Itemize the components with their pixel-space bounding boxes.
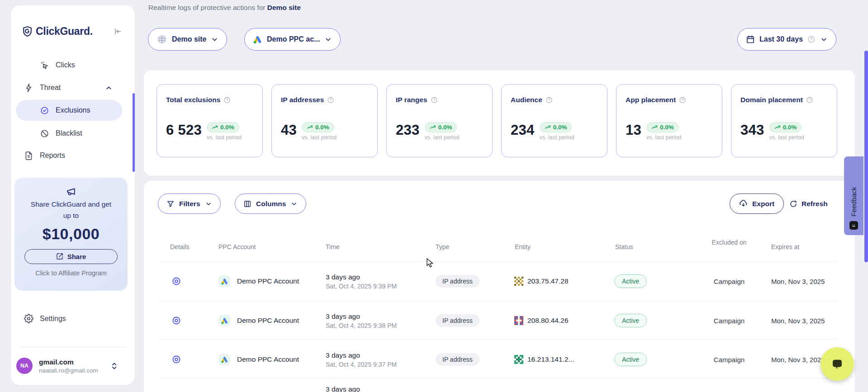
date-range-dropdown[interactable]: Last 30 days xyxy=(737,28,836,51)
google-ads-icon xyxy=(218,275,230,287)
chat-launcher-button[interactable] xyxy=(821,347,854,381)
refresh-icon xyxy=(789,200,797,208)
help-circle-icon[interactable] xyxy=(327,96,334,104)
page-scrollbar[interactable] xyxy=(864,51,868,262)
excluded-on-value: Campaign xyxy=(714,278,745,285)
stat-caption: vs. last period xyxy=(207,134,242,141)
feedback-smiley-icon xyxy=(849,221,858,230)
status-badge: Active xyxy=(614,314,647,327)
expires-at-value: Mon, Nov 3, 2025 xyxy=(771,317,825,325)
stats-panel: Total exclusions 6 523 0.0% vs. last per… xyxy=(144,70,855,176)
col-header-status[interactable]: Status xyxy=(615,243,633,250)
col-header-details[interactable]: Details xyxy=(170,243,190,250)
time-relative: 3 days ago xyxy=(326,351,397,359)
google-ads-icon xyxy=(218,354,230,365)
feedback-tab[interactable]: Feedback xyxy=(844,156,863,235)
sidebar-item-blacklist[interactable]: Blacklist xyxy=(40,125,82,142)
user-email: naatali.ro@gmail.com xyxy=(39,367,111,374)
view-details-eye-icon[interactable] xyxy=(171,276,181,286)
stat-card-ip-addresses: IP addresses 43 0.0% vs. last period xyxy=(271,84,378,157)
trending-up-icon xyxy=(651,124,658,131)
stat-caption: vs. last period xyxy=(646,134,681,141)
help-circle-icon[interactable] xyxy=(431,96,438,104)
sidebar-collapse-icon[interactable] xyxy=(114,27,122,36)
sidebar-item-exclusions[interactable]: Exclusions xyxy=(16,100,122,121)
google-ads-icon xyxy=(253,35,262,44)
help-circle-icon[interactable] xyxy=(679,96,686,104)
sidebar-item-clicks[interactable]: Clicks xyxy=(40,57,75,73)
lightning-icon xyxy=(24,83,33,93)
site-selector-value: Demo site xyxy=(172,35,206,43)
stat-value: 43 xyxy=(281,122,297,138)
stat-label: IP addresses xyxy=(281,96,324,104)
col-header-ppc-account[interactable]: PPC Account xyxy=(218,243,256,250)
chevron-down-icon xyxy=(211,36,218,43)
time-absolute: Sat, Oct 4, 2025 9:37 PM xyxy=(326,361,397,368)
chevron-up-icon[interactable] xyxy=(105,84,113,92)
filters-dropdown[interactable]: Filters xyxy=(158,194,221,214)
funnel-icon xyxy=(166,200,175,208)
help-circle-icon[interactable] xyxy=(545,96,553,104)
col-header-type[interactable]: Type xyxy=(436,243,449,250)
refresh-label: Refresh xyxy=(802,200,828,208)
table-row: Demo PPC Account 3 days ago Sat, Oct 4, … xyxy=(144,262,855,301)
sidebar-item-label: Reports xyxy=(40,151,65,160)
promo-amount: $10,000 xyxy=(14,225,128,243)
chevron-down-icon xyxy=(324,36,332,43)
subtitle-text: Realtime logs of protective actions for xyxy=(148,4,265,11)
columns-icon xyxy=(243,200,251,208)
trending-up-icon xyxy=(774,124,781,131)
refresh-button[interactable]: Refresh xyxy=(789,194,828,214)
trend-badge: 0.0% xyxy=(646,122,679,132)
chevron-down-icon xyxy=(820,36,828,43)
columns-label: Columns xyxy=(256,200,286,208)
stat-caption: vs. last period xyxy=(425,134,460,141)
brand-logo[interactable]: ClickGuard. xyxy=(22,25,93,38)
export-button[interactable]: Export xyxy=(730,194,784,214)
cursor-click-icon xyxy=(40,61,49,70)
stat-value: 343 xyxy=(740,122,764,138)
sidebar-item-threat[interactable]: Threat xyxy=(24,80,61,96)
trend-badge: 0.0% xyxy=(769,122,802,132)
page-subtitle: Realtime logs of protective actions for … xyxy=(148,4,301,12)
help-circle-icon[interactable] xyxy=(806,96,813,104)
entity-value: 208.80.44.26 xyxy=(527,316,569,325)
share-button[interactable]: Share xyxy=(24,249,118,264)
stat-value: 13 xyxy=(626,122,641,138)
ppc-account-selector-dropdown[interactable]: Demo PPC ac... xyxy=(244,28,341,51)
app-window: ClickGuard. Clicks Threat xyxy=(0,0,868,392)
sidebar-item-settings[interactable]: Settings xyxy=(24,314,66,323)
col-header-time[interactable]: Time xyxy=(326,243,340,250)
help-circle-icon xyxy=(807,35,816,43)
brand-name: ClickGuard. xyxy=(36,25,93,38)
file-text-icon xyxy=(24,151,33,161)
ppc-account-selector-value: Demo PPC ac... xyxy=(267,35,320,43)
trending-up-icon xyxy=(545,124,551,131)
ppc-account-name: Demo PPC Account xyxy=(237,355,299,364)
col-header-excluded-on[interactable]: Excluded on xyxy=(709,238,749,247)
sidebar-scrollbar[interactable] xyxy=(133,93,135,172)
user-name: gmail.com xyxy=(39,358,111,366)
view-details-eye-icon[interactable] xyxy=(171,354,181,364)
ban-icon xyxy=(40,129,49,138)
view-details-eye-icon[interactable] xyxy=(171,316,181,326)
external-link-icon xyxy=(56,253,63,260)
ppc-account-name: Demo PPC Account xyxy=(237,277,299,285)
share-button-label: Share xyxy=(67,253,86,260)
cloud-download-icon xyxy=(739,199,748,208)
account-switcher[interactable]: NA gmail.com naatali.ro@gmail.com xyxy=(16,358,129,374)
type-chip: IP address xyxy=(436,314,479,327)
columns-dropdown[interactable]: Columns xyxy=(235,194,306,214)
stat-card-total-exclusions: Total exclusions 6 523 0.0% vs. last per… xyxy=(157,84,263,157)
entity-identicon xyxy=(514,277,523,286)
help-circle-icon[interactable] xyxy=(223,96,231,104)
sidebar-item-label: Exclusions xyxy=(56,106,90,114)
col-header-expires-at[interactable]: Expires at xyxy=(771,243,799,250)
sidebar-item-reports[interactable]: Reports xyxy=(24,147,65,164)
col-header-entity[interactable]: Entity xyxy=(515,243,531,250)
entity-identicon xyxy=(514,355,523,364)
affiliate-link[interactable]: Click to Affiliate Program xyxy=(14,269,128,277)
stat-value: 6 523 xyxy=(166,122,202,138)
site-selector-dropdown[interactable]: Demo site xyxy=(148,28,227,51)
badge-check-icon xyxy=(40,106,49,115)
